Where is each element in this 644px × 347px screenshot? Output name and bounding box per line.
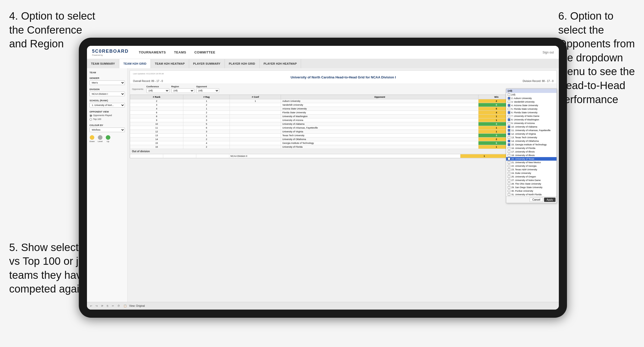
dropdown-item[interactable]: 5. Florida State University (506, 107, 557, 111)
dropdown-item[interactable]: (All) (506, 93, 557, 96)
toolbar-clock[interactable]: ⏱ (116, 304, 121, 308)
annotation-line1: 4. Option to select (9, 10, 95, 22)
dropdown-item[interactable]: 20. University of Texas (506, 157, 557, 161)
toolbar-redo[interactable]: ↪ (95, 304, 99, 308)
dropdown-checkbox (508, 193, 510, 196)
nav-committee[interactable]: COMMITTEE (194, 50, 215, 54)
radio-opponents-played[interactable]: Opponents Played (89, 114, 125, 117)
nav-tournaments[interactable]: TOURNAMENTS (139, 50, 166, 54)
dropdown-item[interactable]: 6. Florida State University (506, 111, 557, 114)
data-table: # Rank # Rag # Conf Opponent Win Loss 2 … (130, 95, 557, 149)
dropdown-item[interactable]: 13. Texas Tech University (506, 136, 557, 139)
records-row: Overall Record: 89 - 17 - 0 Division Rec… (133, 80, 553, 82)
division-select[interactable]: NCAA Division I (89, 92, 125, 96)
dropdown-apply[interactable]: Apply (544, 198, 556, 202)
toolbar-cut[interactable]: ✂ (111, 304, 115, 308)
dropdown-checkbox (508, 179, 510, 182)
tab-player-h2h-grid[interactable]: PLAYER H2H GRID (225, 59, 260, 68)
dropdown-item[interactable]: 16. University of Florida (506, 146, 557, 150)
toolbar-reset[interactable]: ⟳ (100, 304, 104, 308)
colour-legend: Down Level Up (89, 135, 125, 143)
grid-title: University of North Carolina Head-to-Hea… (133, 75, 553, 79)
cell-rank: 12 (130, 130, 183, 134)
dropdown-item[interactable]: 21. University of New Mexico (506, 161, 557, 164)
dropdown-item[interactable]: 24. Duke University (506, 171, 557, 175)
dropdown-item[interactable]: 28. The Ohio State University (506, 182, 557, 186)
dropdown-item[interactable]: 31. University of North Florida (506, 193, 557, 196)
table-row: 14 2 University of Oklahoma 2 2 (130, 137, 557, 141)
opponent-select[interactable]: (All) (196, 88, 219, 93)
toolbar-copy[interactable]: ⎘ (106, 304, 109, 308)
table-row: 3 2 Vanderbilt University 0 4 (130, 103, 557, 107)
colour-select[interactable]: Win/loss (89, 128, 125, 132)
dropdown-checkbox (508, 158, 510, 160)
ncaa-div2-win: 1 (460, 154, 508, 158)
annotation-line2: the Conference (9, 24, 82, 36)
dropdown-item[interactable]: 29. San Diego State University (506, 186, 557, 189)
dropdown-item[interactable]: 12. University of Virginia (506, 132, 557, 136)
ncaa-div2-rank (130, 154, 163, 158)
sidebar-colour-section: Colour by Win/loss (89, 124, 125, 132)
signout-link[interactable]: Sign out (543, 51, 554, 54)
dropdown-checkbox (508, 101, 510, 103)
dropdown-item-label: 7. University of Notre Dame (511, 115, 540, 117)
conference-filter-group: Conference (All) (146, 85, 169, 93)
tab-team-h2h-grid[interactable]: TEAM H2H GRID (119, 59, 151, 68)
tab-team-h2h-heatmap[interactable]: TEAM H2H HEATMAP (151, 59, 189, 68)
cell-rank: 13 (130, 134, 183, 137)
dropdown-item[interactable]: 18. University of Illinois (506, 154, 557, 157)
cell-opponent: University of Arkansas, Fayetteville (281, 126, 478, 130)
content-panel: Last Updated: 4/11/2024 16:55:38 Univers… (128, 68, 559, 302)
cell-conf (230, 126, 281, 130)
tab-player-summary[interactable]: PLAYER SUMMARY (189, 59, 225, 68)
legend-down-dot (90, 135, 94, 140)
dropdown-item[interactable]: 17. University of Illinois (506, 150, 557, 154)
cell-conf (230, 115, 281, 118)
dropdown-cancel[interactable]: Cancel (530, 198, 543, 202)
radio-opponents-played-dot[interactable] (89, 114, 92, 117)
dropdown-item[interactable]: 11. University of Arkansas, Fayetteville (506, 129, 557, 132)
dropdown-item[interactable]: 22. University of Georgia (506, 164, 557, 168)
dropdown-item[interactable]: 15. Georgia Institute of Technology (506, 143, 557, 146)
opponent-filter-label: Opponent (196, 85, 219, 88)
opponent-view-section: Opponent View Opponents Played Top 100 (89, 110, 125, 121)
dropdown-item[interactable]: 3. Vanderbilt University (506, 100, 557, 104)
tab-team-summary[interactable]: TEAM SUMMARY (87, 59, 119, 68)
conference-select[interactable]: (All) (146, 88, 169, 93)
toolbar-undo[interactable]: ↩ (89, 304, 93, 308)
dropdown-checkbox (508, 161, 510, 164)
region-select[interactable]: (All) (171, 88, 194, 93)
ncaa-div2-label: NCAA Division II (229, 154, 460, 158)
dropdown-item[interactable]: 23. Texas A&M University (506, 168, 557, 171)
dropdown-item[interactable]: 9. University of Arizona (506, 121, 557, 125)
tab-player-h2h-heatmap[interactable]: PLAYER H2H HEATMAP (260, 59, 301, 68)
sidebar: Team Gender Men's Division NCAA Division… (87, 68, 128, 302)
school-select[interactable]: 1. University of Nort... (89, 103, 125, 107)
nav-teams[interactable]: TEAMS (174, 50, 186, 54)
dropdown-item[interactable]: 10. University of Alabama (506, 125, 557, 129)
dropdown-item[interactable]: 14. University of Oklahoma (506, 139, 557, 143)
table-row: 8 2 University of Washington 1 0 (130, 115, 557, 118)
cell-rag: 1 (183, 99, 230, 103)
gender-select[interactable]: Men's (89, 80, 125, 85)
dropdown-item[interactable]: 27. University of Notre Dame (506, 178, 557, 182)
dropdown-checkbox (508, 111, 510, 114)
cell-opponent: University of Arizona (281, 118, 478, 122)
radio-top100[interactable]: Top 100 (89, 118, 125, 121)
dropdown-checkbox (508, 165, 510, 167)
dropdown-item[interactable]: 25. University of Oregon (506, 175, 557, 178)
dropdown-item[interactable]: 2. Auburn University (506, 96, 557, 100)
dropdown-item[interactable]: 30. Purdue University (506, 189, 557, 193)
table-head: # Rank # Rag # Conf Opponent Win Loss (130, 95, 557, 99)
colour-label: Colour by (89, 124, 125, 127)
opponent-view-label: Opponent View (89, 110, 125, 113)
sidebar-team-section: Team (89, 71, 125, 74)
annotation-line3: and Region (9, 38, 64, 50)
dropdown-checkbox (508, 104, 510, 107)
logo-sub: Powered by (92, 54, 129, 56)
cell-conf (230, 137, 281, 141)
dropdown-item[interactable]: 7. University of Notre Dame (506, 114, 557, 118)
dropdown-item[interactable]: 4. Arizona State University (506, 104, 557, 107)
dropdown-item[interactable]: 8. University of Washington (506, 118, 557, 121)
radio-top100-dot[interactable] (89, 118, 92, 121)
